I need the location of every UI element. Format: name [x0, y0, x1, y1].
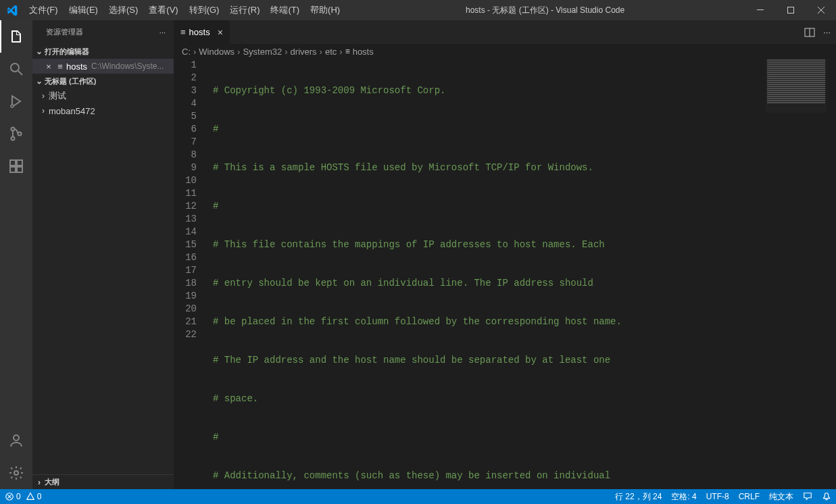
breadcrumb-item[interactable]: drivers — [291, 47, 317, 57]
tree-label: moban5472 — [49, 106, 95, 116]
menu-file[interactable]: 文件(F) — [24, 0, 64, 20]
status-problems[interactable]: 0 0 — [0, 489, 46, 504]
vscode-logo-icon — [0, 0, 24, 20]
chevron-right-icon: › — [339, 47, 342, 57]
menu-select[interactable]: 选择(S) — [103, 0, 143, 20]
more-icon[interactable]: ··· — [159, 28, 166, 36]
workspace-section[interactable]: ⌄ 无标题 (工作区) — [32, 74, 174, 89]
code-line: # — [207, 200, 836, 213]
chevron-right-icon: › — [285, 47, 287, 57]
breadcrumb-item[interactable]: ≡hosts — [345, 47, 374, 57]
close-icon[interactable]: × — [43, 61, 54, 72]
status-encoding[interactable]: UTF-8 — [702, 489, 734, 504]
code-line: # — [207, 431, 836, 444]
svg-rect-8 — [10, 160, 16, 166]
tabs-bar: ≡ hosts × ··· — [174, 20, 836, 44]
menu-goto[interactable]: 转到(G) — [184, 0, 225, 20]
line-number: 5 — [174, 110, 197, 123]
close-button[interactable] — [806, 0, 836, 20]
tree-folder-test[interactable]: › 测试 — [32, 89, 174, 103]
status-ln-col[interactable]: 行 22，列 24 — [610, 489, 666, 504]
breadcrumb-leaf: hosts — [353, 47, 374, 57]
chevron-right-icon: › — [38, 106, 49, 116]
breadcrumb-item[interactable]: etc — [325, 47, 337, 57]
open-editor-item[interactable]: × ≡ hosts C:\Windows\Syste... — [32, 59, 174, 74]
line-number: 15 — [174, 238, 197, 251]
file-icon: ≡ — [345, 47, 350, 56]
breadcrumb-item[interactable]: Windows — [199, 47, 235, 57]
close-icon[interactable]: × — [218, 27, 223, 38]
workspace-label: 无标题 (工作区) — [45, 76, 96, 86]
title-bar: 文件(F) 编辑(E) 选择(S) 查看(V) 转到(G) 运行(R) 终端(T… — [0, 0, 836, 20]
activity-run[interactable] — [0, 85, 32, 118]
tree-folder-moban[interactable]: › moban5472 — [32, 103, 174, 118]
outline-label: 大纲 — [45, 477, 59, 487]
breadcrumb-item[interactable]: System32 — [243, 47, 282, 57]
tab-label: hosts — [189, 27, 210, 37]
status-bell-icon[interactable] — [817, 489, 836, 504]
svg-point-2 — [11, 64, 19, 72]
activity-extensions[interactable] — [0, 150, 32, 182]
open-file-path: C:\Windows\Syste... — [91, 61, 164, 71]
line-number: 8 — [174, 149, 197, 161]
code-line: # This file contains the mappings of IP … — [207, 238, 836, 251]
svg-rect-10 — [17, 167, 22, 172]
errors-count: 0 — [16, 492, 21, 501]
activity-scm[interactable] — [0, 118, 32, 150]
split-editor-icon[interactable] — [804, 27, 815, 38]
code-line: # be placed in the first column followed… — [207, 316, 836, 328]
status-bar: 0 0 行 22，列 24 空格: 4 UTF-8 CRLF 纯文本 — [0, 489, 836, 504]
status-eol[interactable]: CRLF — [734, 489, 764, 504]
line-number: 19 — [174, 290, 197, 303]
editor-group: ≡ hosts × ··· C:› Windows› System32› dri… — [174, 20, 836, 489]
code-line: # This is a sample HOSTS file used by Mi… — [207, 161, 836, 174]
code-line: # — [207, 123, 836, 136]
chevron-down-icon: ⌄ — [34, 76, 45, 86]
line-number: 1 — [174, 59, 197, 72]
status-language[interactable]: 纯文本 — [764, 489, 798, 504]
sidebar-title: 资源管理器 — [46, 27, 159, 37]
activity-explorer[interactable] — [0, 20, 32, 53]
menu-edit[interactable]: 编辑(E) — [64, 0, 103, 20]
code-line: # The IP address and the host name shoul… — [207, 354, 836, 367]
code-content[interactable]: # Copyright (c) 1993-2009 Microsoft Corp… — [207, 59, 836, 489]
tab-hosts[interactable]: ≡ hosts × — [174, 20, 230, 44]
more-actions-icon[interactable]: ··· — [823, 27, 831, 37]
maximize-button[interactable] — [775, 0, 806, 20]
breadcrumb: C:› Windows› System32› drivers› etc› ≡ho… — [174, 44, 836, 59]
svg-rect-0 — [757, 9, 764, 10]
minimap[interactable] — [766, 59, 827, 113]
status-feedback-icon[interactable] — [798, 489, 817, 504]
menu-run[interactable]: 运行(R) — [224, 0, 265, 20]
status-indent[interactable]: 空格: 4 — [666, 489, 701, 504]
svg-point-4 — [11, 105, 14, 107]
menu-terminal[interactable]: 终端(T) — [265, 0, 305, 20]
scrollbar[interactable] — [827, 59, 836, 489]
code-line: # space. — [207, 393, 836, 405]
line-number: 9 — [174, 161, 197, 174]
open-editors-section[interactable]: ⌄ 打开的编辑器 — [32, 44, 174, 59]
line-number: 21 — [174, 316, 197, 328]
line-number: 18 — [174, 277, 197, 290]
activity-settings[interactable] — [0, 457, 32, 489]
menu-help[interactable]: 帮助(H) — [305, 0, 345, 20]
line-gutter: 1 2 3 4 5 6 7 8 9 10 11 12 13 14 15 16 1… — [174, 59, 207, 489]
svg-point-6 — [11, 137, 15, 141]
svg-point-12 — [14, 435, 19, 440]
sidebar: 资源管理器 ··· ⌄ 打开的编辑器 × ≡ hosts C:\Windows\… — [32, 20, 174, 489]
menu-view[interactable]: 查看(V) — [143, 0, 183, 20]
activity-search[interactable] — [0, 53, 32, 85]
chevron-right-icon: › — [320, 47, 322, 57]
line-number: 20 — [174, 303, 197, 316]
svg-line-3 — [18, 71, 22, 75]
svg-rect-11 — [17, 160, 22, 166]
editor-area[interactable]: 1 2 3 4 5 6 7 8 9 10 11 12 13 14 15 16 1… — [174, 59, 836, 489]
file-icon: ≡ — [180, 27, 186, 37]
line-number: 10 — [174, 174, 197, 187]
sidebar-header: 资源管理器 ··· — [32, 20, 174, 44]
activity-account[interactable] — [0, 424, 32, 457]
outline-section[interactable]: › 大纲 — [32, 474, 174, 489]
breadcrumb-item[interactable]: C: — [182, 47, 191, 57]
minimize-button[interactable] — [745, 0, 775, 20]
line-number: 14 — [174, 226, 197, 238]
